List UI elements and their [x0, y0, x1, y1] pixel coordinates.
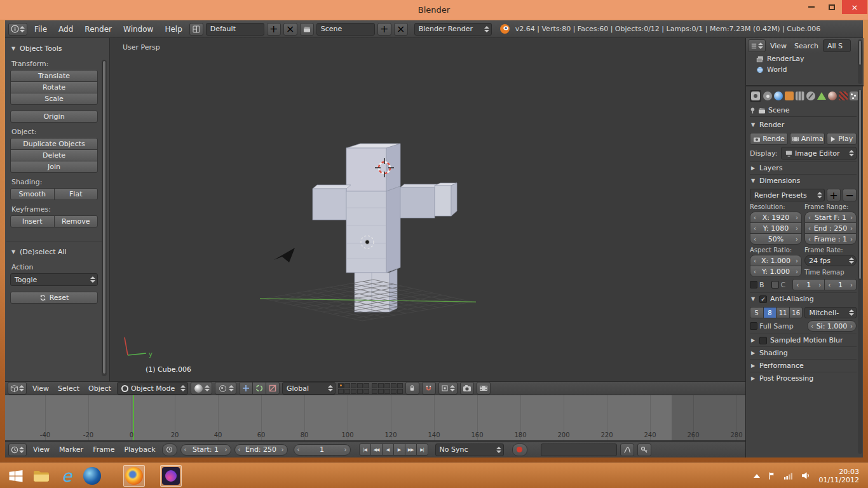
layer-toggle[interactable]	[344, 389, 350, 394]
deselect-all-panel-header[interactable]: ▼ (De)select All	[10, 245, 98, 258]
pivot-point-dropdown[interactable]	[215, 382, 236, 395]
screen-layout-name-field[interactable]: Default	[206, 23, 264, 36]
shade-flat-button[interactable]: Flat	[54, 188, 98, 200]
play-reverse-button[interactable]: ◀	[382, 444, 394, 456]
jump-to-end-button[interactable]: ▶|	[416, 444, 428, 456]
layer-toggle[interactable]	[378, 383, 384, 388]
tab-object-data[interactable]	[817, 92, 826, 100]
file-explorer-button[interactable]	[31, 465, 52, 487]
editor-type-timeline-button[interactable]	[8, 444, 27, 456]
snap-element-dropdown[interactable]	[438, 382, 458, 395]
layer-toggle[interactable]	[357, 389, 363, 394]
timeline-menu-frame[interactable]: Frame	[90, 445, 118, 454]
origin-button[interactable]: Origin	[10, 111, 98, 123]
minimize-button[interactable]	[801, 0, 822, 14]
resolution-x-field[interactable]: X: 1920	[750, 212, 802, 223]
aa-filter-dropdown[interactable]: Mitchell-	[804, 307, 857, 318]
action-center-flag-icon[interactable]	[768, 471, 775, 480]
maximize-button[interactable]	[822, 0, 842, 14]
layer-toggle[interactable]	[363, 389, 369, 394]
pin-icon[interactable]	[750, 107, 756, 114]
clock[interactable]: 20:03 01/11/2012	[819, 468, 859, 484]
filter-size-field[interactable]: Si: 1.000	[807, 320, 857, 332]
menu-window[interactable]: Window	[119, 25, 158, 34]
keying-set-field[interactable]	[541, 444, 617, 456]
interaction-mode-dropdown[interactable]: Object Mode	[117, 382, 188, 395]
post-processing-panel-header[interactable]: ▶ Post Processing	[750, 372, 857, 384]
reset-button[interactable]: Reset	[10, 292, 98, 304]
delete-button[interactable]: Delete	[10, 149, 98, 161]
movie-maker-button[interactable]	[160, 465, 182, 487]
add-scene-button[interactable]: +	[377, 23, 391, 36]
menu-render[interactable]: Render	[80, 25, 116, 34]
add-layout-button[interactable]: +	[267, 23, 281, 36]
tab-texture[interactable]	[839, 92, 848, 100]
motion-blur-panel-header[interactable]: ▶ Sampled Motion Blur	[750, 334, 857, 346]
timeline-menu-view[interactable]: View	[30, 445, 53, 454]
menu-add[interactable]: Add	[54, 25, 78, 34]
outliner-item-renderlayer[interactable]: RenderLay	[746, 53, 864, 64]
scene-name-field[interactable]: Scene	[316, 23, 375, 36]
layer-toggle[interactable]	[384, 383, 390, 388]
display-mode-dropdown[interactable]: Image Editor	[781, 147, 857, 159]
layer-toggle[interactable]	[378, 389, 384, 394]
aspect-y-field[interactable]: Y: 1.000	[750, 266, 802, 277]
layer-toggle[interactable]	[397, 383, 403, 388]
tab-scene[interactable]	[763, 92, 772, 100]
render-image-button[interactable]: Rende	[750, 133, 788, 145]
tab-world[interactable]	[774, 92, 783, 100]
snap-toggle[interactable]	[422, 382, 436, 395]
layer-toggle[interactable]	[391, 383, 397, 388]
time-remap-new-field[interactable]: 1	[824, 279, 857, 290]
rotate-manipulator-toggle[interactable]	[252, 382, 266, 395]
menu-help[interactable]: Help	[160, 25, 186, 34]
timeline-ruler[interactable]: -40-200204060801001201401601802002202402…	[5, 395, 745, 441]
preview-range-toggle[interactable]	[162, 444, 177, 456]
start-button[interactable]	[5, 465, 27, 487]
end-frame-field[interactable]: End : 250	[804, 222, 857, 234]
render-presets-dropdown[interactable]: Render Presets	[750, 189, 825, 201]
properties-scrollbar[interactable]	[858, 89, 862, 454]
delete-layout-button[interactable]: ×	[283, 23, 297, 36]
duplicate-objects-button[interactable]: Duplicate Objects	[10, 138, 98, 150]
current-frame-field[interactable]: 1	[294, 444, 351, 456]
empty-object[interactable]	[274, 248, 295, 262]
tab-particles[interactable]	[850, 92, 858, 100]
close-button[interactable]: ×	[842, 0, 867, 14]
volume-icon[interactable]	[801, 471, 811, 480]
editor-type-info-button[interactable]	[8, 23, 27, 36]
scrollbar-thumb[interactable]	[858, 89, 862, 280]
insert-keyframe-icon-button[interactable]	[620, 444, 634, 456]
tray-expand-icon[interactable]	[754, 474, 760, 478]
time-remap-old-field[interactable]: 1	[792, 279, 825, 290]
viewport-menu-object[interactable]: Object	[85, 384, 114, 393]
outliner-menu-search[interactable]: Search	[791, 42, 822, 50]
layer-toggle[interactable]	[338, 389, 344, 394]
tab-render[interactable]	[750, 90, 761, 102]
tab-object[interactable]	[785, 92, 794, 100]
auto-keyframe-record-button[interactable]	[512, 444, 527, 456]
next-keyframe-button[interactable]: ▶▶	[405, 444, 417, 456]
resolution-y-field[interactable]: Y: 1080	[750, 222, 802, 234]
layer-toggle[interactable]	[344, 383, 350, 388]
rotate-button[interactable]: Rotate	[10, 81, 98, 93]
layer-toggle[interactable]	[357, 383, 363, 388]
remove-keyframe-button[interactable]: Remove	[54, 215, 98, 227]
layer-toggle[interactable]	[391, 389, 397, 394]
motion-blur-checkbox[interactable]	[759, 337, 767, 344]
network-icon[interactable]	[783, 471, 793, 480]
border-checkbox[interactable]	[750, 281, 757, 288]
aa-samples-16-button[interactable]: 16	[789, 307, 803, 318]
play-button[interactable]: ▶	[393, 444, 405, 456]
scrollbar-thumb[interactable]	[858, 40, 862, 65]
aa-samples-8-button[interactable]: 8	[763, 307, 777, 318]
action-toggle-dropdown[interactable]: Toggle	[10, 273, 98, 286]
performance-panel-header[interactable]: ▶ Performance	[750, 359, 857, 372]
layer-toggle[interactable]	[351, 383, 356, 388]
layer-toggle[interactable]	[372, 383, 377, 388]
aa-samples-11-button[interactable]: 11	[776, 307, 790, 318]
screen-layout-browse-button[interactable]	[189, 23, 203, 36]
timeline-menu-playback[interactable]: Playback	[121, 445, 158, 454]
remove-preset-button[interactable]: −	[843, 189, 857, 201]
opengl-render-anim-button[interactable]	[477, 382, 491, 395]
